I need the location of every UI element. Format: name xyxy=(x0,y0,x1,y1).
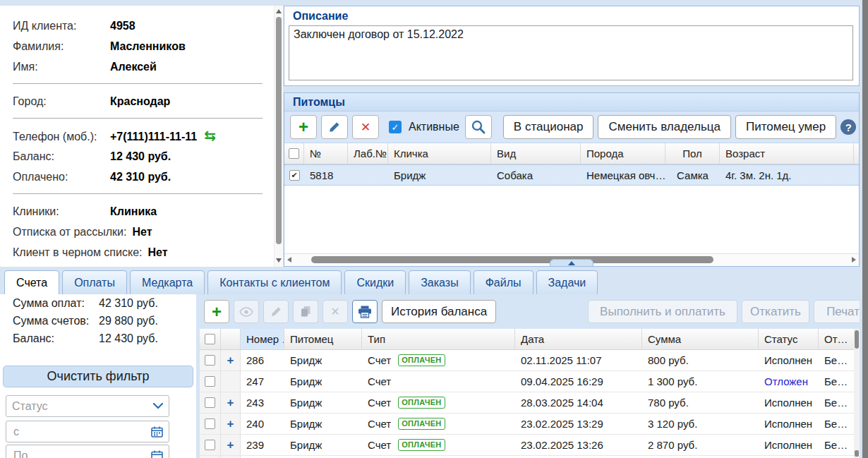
add-invoice-button[interactable]: + xyxy=(204,300,229,323)
pets-toolbar: + ✕ ✓ Активные В стационар Сменить владе… xyxy=(284,112,859,143)
to-hospital-button[interactable]: В стационар xyxy=(503,115,594,139)
expand-row-icon[interactable]: + xyxy=(227,418,234,430)
copy-invoice-button[interactable] xyxy=(293,300,318,323)
date-from-input[interactable] xyxy=(12,425,151,439)
invoice-number-cell: 247 xyxy=(241,371,284,392)
invoices-column-header[interactable]: Дата xyxy=(515,329,642,349)
invoice-status-cell: Исполнен xyxy=(759,350,819,370)
pets-column-header[interactable]: № xyxy=(304,143,348,164)
invoice-checkbox-cell xyxy=(200,350,221,370)
invoice-row[interactable]: 247 Бридж Счет 09.04.2025 16:29 1 300 ру… xyxy=(200,371,860,392)
calendar-icon[interactable] xyxy=(151,450,163,458)
invoice-row-checkbox[interactable] xyxy=(205,418,215,429)
client-field-row: 20.11.2025 09:37 xyxy=(13,263,263,267)
client-field-row: Отписка от рассылки: Нет xyxy=(13,222,263,242)
scroll-up-icon[interactable] xyxy=(276,9,282,13)
pets-column-header[interactable]: Порода xyxy=(581,143,665,164)
date-to-field[interactable] xyxy=(6,445,169,458)
invoice-row[interactable]: + 239 Бридж Счет ОПЛАЧЕН 23.02.2025 13:2… xyxy=(200,435,860,456)
page-scrollbar-thumb[interactable] xyxy=(862,0,868,458)
client-field-value: 20.11.2025 09:37 xyxy=(155,263,243,267)
client-panel-scrollbar[interactable] xyxy=(274,6,283,267)
pet-row-checkbox[interactable]: ✔ xyxy=(289,170,300,181)
page-scrollbar[interactable] xyxy=(862,0,868,458)
tab[interactable]: Контакты с клиентом xyxy=(207,270,342,294)
invoice-row[interactable]: + 240 Бридж Счет ОПЛАЧЕН 23.02.2025 13:2… xyxy=(200,414,860,435)
active-pets-checkbox[interactable]: ✓ xyxy=(389,121,402,133)
tab[interactable]: Счета xyxy=(4,270,59,294)
pets-hscrollbar-thumb[interactable] xyxy=(311,256,713,263)
invoice-row-checkbox[interactable] xyxy=(205,397,215,408)
pet-kind-cell: Собака xyxy=(491,165,581,185)
scroll-left-icon[interactable] xyxy=(287,257,291,263)
phone-transfer-icon[interactable]: ⇆ xyxy=(204,126,216,146)
pets-panel: Питомцы + ✕ ✓ Активные В стационар Смени… xyxy=(284,92,860,267)
tab[interactable]: Файлы xyxy=(474,270,534,294)
date-to-input[interactable] xyxy=(12,449,151,458)
invoice-row[interactable]: + 243 Бридж Счет ОПЛАЧЕН 28.03.2025 14:0… xyxy=(200,392,860,414)
invoice-number-cell: 239 xyxy=(241,435,284,455)
status-select[interactable]: Статус xyxy=(6,395,169,417)
tab[interactable]: Медкарта xyxy=(130,270,205,294)
print-invoice-button[interactable] xyxy=(352,300,378,323)
expand-row-icon[interactable]: + xyxy=(227,354,234,366)
clear-filter-button[interactable]: Очистить фильтр xyxy=(3,366,193,387)
invoice-type-cell: Счет ОПЛАЧЕН xyxy=(362,392,515,413)
invoice-row-checkbox[interactable] xyxy=(205,355,215,366)
tab-label: Медкарта xyxy=(142,277,193,289)
client-field-value: Масленников xyxy=(110,36,186,56)
view-invoice-button[interactable] xyxy=(234,300,259,323)
invoice-row[interactable]: + 286 Бридж Счет ОПЛАЧЕН 02.11.2025 11:0… xyxy=(200,350,860,371)
pets-column-header[interactable]: Лаб.№ xyxy=(348,143,388,164)
edit-invoice-button[interactable] xyxy=(263,300,289,323)
collapse-panel-handle[interactable] xyxy=(550,259,593,266)
date-from-field[interactable] xyxy=(6,421,169,442)
expand-row-icon[interactable]: + xyxy=(227,439,234,451)
pets-column-header[interactable]: Пол xyxy=(665,143,720,164)
invoices-column-header[interactable]: Сумма xyxy=(642,329,759,349)
pets-column-header[interactable]: Вид xyxy=(491,143,581,164)
print-button[interactable]: Печать xyxy=(814,300,860,323)
delete-invoice-button[interactable]: ✕ xyxy=(323,300,348,323)
pets-column-header-label: Пол xyxy=(682,147,702,159)
client-field-row: Клиент в черном списке: Нет xyxy=(13,242,263,263)
add-pet-button[interactable]: + xyxy=(290,115,317,139)
change-owner-button[interactable]: Сменить владельца xyxy=(598,115,730,139)
invoice-row-checkbox[interactable] xyxy=(205,440,215,450)
execute-and-pay-button[interactable]: Выполнить и оплатить xyxy=(588,300,737,323)
invoices-vertical-scrollbar[interactable] xyxy=(854,329,860,458)
rollback-button[interactable]: Откатить xyxy=(742,300,809,323)
invoice-row-checkbox[interactable] xyxy=(205,376,215,387)
balance-history-button[interactable]: История баланса xyxy=(382,300,496,323)
invoices-column-header[interactable]: Номер … xyxy=(241,329,284,349)
pet-row[interactable]: ✔ 5818 Бридж Собака Немецкая овч… Самка … xyxy=(284,164,859,186)
scroll-right-icon[interactable] xyxy=(852,257,856,263)
invoices-column-header[interactable]: Тип xyxy=(362,329,515,349)
help-icon[interactable]: ? xyxy=(840,119,856,135)
tab[interactable]: Задачи xyxy=(536,270,598,294)
invoices-column-header-label: Номер … xyxy=(246,333,284,345)
tab[interactable]: Скидки xyxy=(344,270,406,294)
select-all-invoices-checkbox[interactable] xyxy=(205,334,215,344)
pet-died-button[interactable]: Питомец умер xyxy=(735,115,836,139)
description-textarea[interactable]: Заключен договор от 15.12.2022 xyxy=(289,25,853,80)
client-field-row: Фамилия: Масленников xyxy=(13,36,263,56)
pets-column-header[interactable]: Возраст xyxy=(720,143,854,164)
tab[interactable]: Оплаты xyxy=(62,270,127,294)
client-scrollbar-thumb[interactable] xyxy=(276,17,282,244)
invoices-column-header[interactable]: Статус xyxy=(759,329,819,349)
client-field-value: 4958 xyxy=(110,16,135,36)
calendar-icon[interactable] xyxy=(151,426,163,438)
scroll-down-icon[interactable] xyxy=(276,258,282,263)
invoices-scrollbar-end[interactable] xyxy=(855,450,859,457)
client-field-label: Клиники: xyxy=(13,201,110,222)
select-all-pets-checkbox[interactable] xyxy=(289,148,299,159)
search-pets-button[interactable] xyxy=(465,115,492,139)
invoices-scrollbar-thumb[interactable] xyxy=(855,330,859,349)
invoices-column-header[interactable]: Питомец xyxy=(284,329,362,349)
tab[interactable]: Заказы xyxy=(409,270,470,294)
edit-pet-button[interactable] xyxy=(321,115,348,139)
pets-column-header[interactable]: Кличка xyxy=(388,143,491,164)
expand-row-icon[interactable]: + xyxy=(227,397,234,409)
delete-pet-button[interactable]: ✕ xyxy=(352,115,379,139)
